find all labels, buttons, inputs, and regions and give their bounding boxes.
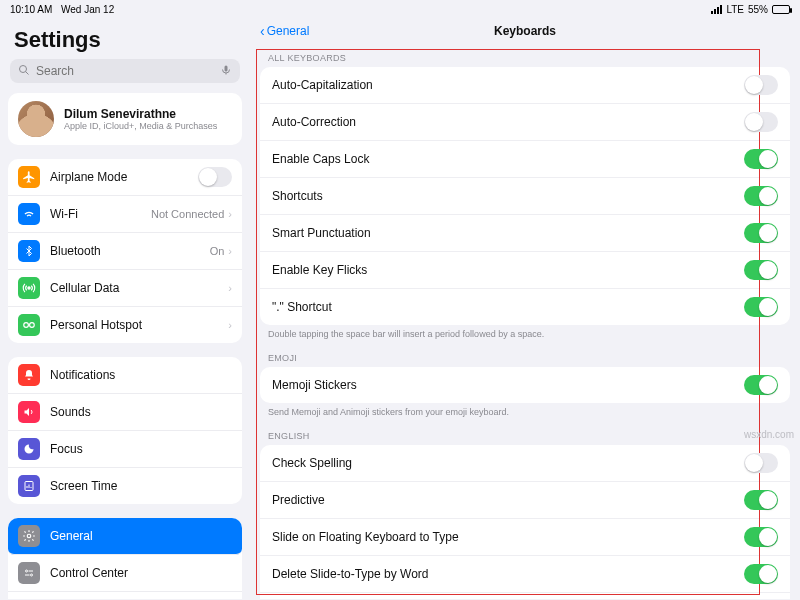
- sidebar-item-focus[interactable]: Focus: [8, 431, 242, 468]
- sidebar-item-label: Airplane Mode: [50, 170, 198, 184]
- settings-row[interactable]: Enable Key Flicks: [260, 252, 790, 289]
- row-label: Memoji Stickers: [272, 378, 357, 392]
- settings-row[interactable]: Auto-Correction: [260, 104, 790, 141]
- row-label: Enable Caps Lock: [272, 152, 369, 166]
- sidebar: Settings Dilum Senevirathne Apple ID, iC…: [0, 17, 250, 599]
- back-button[interactable]: ‹ General: [260, 23, 309, 39]
- settings-row[interactable]: Shortcuts: [260, 178, 790, 215]
- sidebar-item-cell[interactable]: Cellular Data ›: [8, 270, 242, 307]
- search-icon: [18, 64, 30, 78]
- sidebar-item-wifi[interactable]: Wi-Fi Not Connected›: [8, 196, 242, 233]
- toggle[interactable]: [744, 527, 778, 547]
- settings-group: Memoji Stickers: [260, 367, 790, 403]
- profile-card[interactable]: Dilum Senevirathne Apple ID, iCloud+, Me…: [8, 93, 242, 145]
- sidebar-item-label: Control Center: [50, 566, 232, 580]
- general-icon: [18, 525, 40, 547]
- back-label: General: [267, 24, 310, 38]
- svg-line-1: [26, 72, 29, 75]
- svg-point-5: [30, 323, 35, 328]
- sidebar-item-hotspot[interactable]: Personal Hotspot ›: [8, 307, 242, 343]
- sidebar-item-label: Focus: [50, 442, 232, 456]
- control-icon: [18, 562, 40, 584]
- sidebar-group-connectivity: Airplane Mode Wi-Fi Not Connected› Bluet…: [8, 159, 242, 343]
- row-label: Slide on Floating Keyboard to Type: [272, 530, 459, 544]
- sidebar-item-display[interactable]: AA Display & Brightness: [8, 592, 242, 599]
- toggle[interactable]: [744, 297, 778, 317]
- watermark: wsxdn.com: [744, 429, 794, 440]
- row-label: Predictive: [272, 493, 325, 507]
- toggle[interactable]: [744, 112, 778, 132]
- search-input[interactable]: [36, 64, 220, 78]
- toggle[interactable]: [744, 75, 778, 95]
- chevron-right-icon: ›: [228, 208, 232, 220]
- toggle-airplane[interactable]: [198, 167, 232, 187]
- section-footer: Send Memoji and Animoji stickers from yo…: [250, 403, 800, 423]
- svg-point-3: [28, 287, 30, 289]
- profile-name: Dilum Senevirathne: [64, 107, 217, 121]
- settings-group: Auto-Capitalization Auto-Correction Enab…: [260, 67, 790, 325]
- toggle[interactable]: [744, 260, 778, 280]
- notif-icon: [18, 364, 40, 386]
- chevron-right-icon: ›: [228, 245, 232, 257]
- sidebar-item-label: Cellular Data: [50, 281, 224, 295]
- toggle[interactable]: [744, 186, 778, 206]
- sidebar-item-airplane[interactable]: Airplane Mode: [8, 159, 242, 196]
- sounds-icon: [18, 401, 40, 423]
- settings-row[interactable]: Delete Slide-to-Type by Word: [260, 556, 790, 593]
- sidebar-item-label: General: [50, 529, 232, 543]
- sidebar-item-label: Sounds: [50, 405, 232, 419]
- sidebar-item-general[interactable]: General: [8, 518, 242, 555]
- settings-row[interactable]: "." Shortcut: [260, 289, 790, 325]
- settings-row[interactable]: Slide on Floating Keyboard to Type: [260, 519, 790, 556]
- svg-point-8: [26, 570, 28, 572]
- sidebar-item-label: Screen Time: [50, 479, 232, 493]
- section-footer: Double tapping the space bar will insert…: [250, 325, 800, 345]
- svg-point-7: [27, 534, 31, 538]
- settings-row[interactable]: Enable Caps Lock: [260, 141, 790, 178]
- bt-icon: [18, 240, 40, 262]
- svg-point-4: [24, 323, 29, 328]
- toggle[interactable]: [744, 149, 778, 169]
- settings-row[interactable]: Check Spelling: [260, 445, 790, 482]
- sidebar-item-control[interactable]: Control Center: [8, 555, 242, 592]
- toggle[interactable]: [744, 453, 778, 473]
- toggle[interactable]: [744, 564, 778, 584]
- sidebar-item-sounds[interactable]: Sounds: [8, 394, 242, 431]
- page-title: Settings: [8, 23, 242, 59]
- search-field[interactable]: [10, 59, 240, 83]
- section-header: ENGLISH: [250, 423, 800, 445]
- battery-pct: 55%: [748, 4, 768, 15]
- avatar: [18, 101, 54, 137]
- screentime-icon: [18, 475, 40, 497]
- toggle[interactable]: [744, 375, 778, 395]
- mic-icon[interactable]: [220, 64, 232, 78]
- row-label: Delete Slide-to-Type by Word: [272, 567, 429, 581]
- wifi-icon: [18, 203, 40, 225]
- svg-rect-2: [225, 66, 228, 72]
- settings-row[interactable]: Memoji Stickers: [260, 367, 790, 403]
- sidebar-group-alerts: Notifications Sounds Focus Screen Time: [8, 357, 242, 504]
- sidebar-item-notif[interactable]: Notifications: [8, 357, 242, 394]
- toggle[interactable]: [744, 490, 778, 510]
- carrier-label: LTE: [726, 4, 744, 15]
- row-value: On: [210, 245, 225, 257]
- toggle[interactable]: [744, 223, 778, 243]
- sidebar-item-label: Wi-Fi: [50, 207, 151, 221]
- sidebar-item-bt[interactable]: Bluetooth On›: [8, 233, 242, 270]
- profile-sub: Apple ID, iCloud+, Media & Purchases: [64, 121, 217, 131]
- row-value: Not Connected: [151, 208, 224, 220]
- battery-icon: [772, 5, 790, 14]
- settings-row[interactable]: Smart Punctuation: [260, 215, 790, 252]
- settings-row[interactable]: Predictive: [260, 482, 790, 519]
- row-label: Enable Key Flicks: [272, 263, 367, 277]
- focus-icon: [18, 438, 40, 460]
- sidebar-item-screentime[interactable]: Screen Time: [8, 468, 242, 504]
- chevron-right-icon: ›: [228, 319, 232, 331]
- settings-row[interactable]: Enable Dictation: [260, 593, 790, 599]
- svg-point-0: [20, 66, 27, 73]
- row-label: Check Spelling: [272, 456, 352, 470]
- sidebar-item-label: Personal Hotspot: [50, 318, 224, 332]
- settings-row[interactable]: Auto-Capitalization: [260, 67, 790, 104]
- status-time: 10:10 AM: [10, 4, 52, 15]
- sidebar-item-label: Bluetooth: [50, 244, 210, 258]
